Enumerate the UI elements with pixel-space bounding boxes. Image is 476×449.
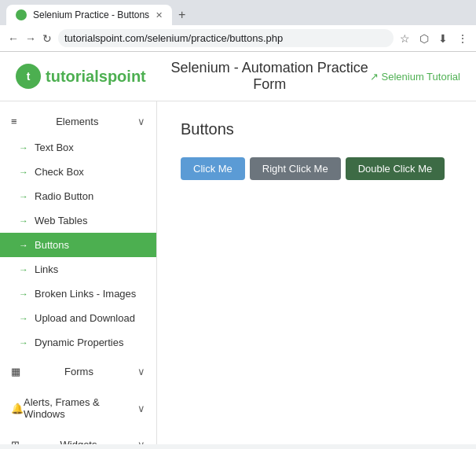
arrow-icon: → [19, 264, 28, 275]
download-icon[interactable]: ⬇ [438, 32, 448, 45]
sidebar-item-links[interactable]: → Links [0, 257, 156, 282]
widgets-section-icon: ⊞ [11, 439, 20, 444]
sidebar-section-forms-header[interactable]: ▦ Forms ∨ [0, 358, 156, 385]
tab-close-icon[interactable]: ✕ [156, 10, 163, 20]
widgets-chevron-icon: ∨ [137, 439, 145, 444]
forms-chevron-icon: ∨ [137, 366, 145, 377]
right-click-me-button[interactable]: Right Click Me [250, 157, 341, 180]
sidebar-section-elements-header[interactable]: ≡ Elements ∨ [0, 108, 156, 135]
tab-bar: Selenium Practice - Buttons ✕ + [0, 0, 476, 25]
page-title: Selenium - Automation Practice Form [170, 60, 370, 93]
logo-icon: t [16, 64, 41, 89]
arrow-icon: → [19, 191, 28, 202]
browser-action-icons: ☆ ⬡ ⬇ ⋮ [400, 32, 468, 45]
sidebar-item-label: Web Tables [35, 215, 87, 226]
logo-letter: t [27, 70, 31, 83]
sidebar-item-web-tables[interactable]: → Web Tables [0, 208, 156, 233]
forms-section-label: Forms [64, 366, 93, 377]
browser-chrome: Selenium Practice - Buttons ✕ + ← → ↻ ☆ … [0, 0, 476, 52]
arrow-icon: → [19, 289, 28, 300]
menu-icon[interactable]: ⋮ [457, 32, 468, 45]
alerts-section-icon: 🔔 [11, 403, 24, 414]
tab-favicon [16, 9, 27, 20]
buttons-row: Click Me Right Click Me Double Click Me [181, 157, 452, 180]
elements-chevron-icon: ∨ [137, 116, 145, 127]
refresh-icon[interactable]: ↻ [42, 32, 52, 45]
page: t tutorialspoint Selenium - Automation P… [0, 52, 476, 444]
sidebar-item-label: Broken Links - Images [35, 288, 136, 300]
sidebar-item-label: Dynamic Properties [35, 337, 123, 348]
content-area: Buttons Click Me Right Click Me Double C… [157, 101, 476, 444]
sidebar-item-checkbox[interactable]: → Check Box [0, 160, 156, 184]
sidebar-section-forms: ▦ Forms ∨ [0, 358, 156, 385]
tab-title: Selenium Practice - Buttons [33, 9, 149, 20]
forward-icon[interactable]: → [25, 32, 36, 45]
active-tab[interactable]: Selenium Practice - Buttons ✕ [6, 5, 172, 25]
logo-text-highlight: point [108, 68, 146, 85]
content-title: Buttons [181, 120, 452, 138]
alerts-section-label: Alerts, Frames & Windows [24, 396, 137, 420]
address-bar: ← → ↻ ☆ ⬡ ⬇ ⋮ [0, 25, 476, 52]
click-me-button[interactable]: Click Me [181, 157, 245, 180]
sidebar-item-label: Text Box [35, 142, 74, 153]
sidebar-item-label: Check Box [35, 166, 84, 178]
logo-text: tutorialspoint [46, 68, 146, 86]
sidebar-section-elements: ≡ Elements ∨ → Text Box → Check Box → Ra… [0, 108, 156, 355]
alerts-chevron-icon: ∨ [137, 403, 145, 414]
sidebar-item-dynamic-properties[interactable]: → Dynamic Properties [0, 330, 156, 355]
arrow-icon: → [19, 313, 28, 324]
logo: t tutorialspoint [16, 64, 146, 89]
elements-section-label: Elements [56, 116, 98, 127]
sidebar-item-broken-links[interactable]: → Broken Links - Images [0, 282, 156, 306]
selenium-tutorial-link[interactable]: ↗ Selenium Tutorial [370, 71, 460, 83]
back-icon[interactable]: ← [8, 32, 19, 45]
sidebar-section-widgets-header[interactable]: ⊞ Widgets ∨ [0, 431, 156, 444]
widgets-section-label: Widgets [60, 439, 97, 444]
sidebar-item-textbox[interactable]: → Text Box [0, 135, 156, 160]
sidebar-item-label: Upload and Download [35, 312, 135, 324]
forms-section-icon: ▦ [11, 366, 20, 377]
selenium-tutorial-label: Selenium Tutorial [382, 71, 460, 83]
sidebar-item-label: Buttons [35, 239, 69, 251]
arrow-icon: → [19, 240, 28, 251]
sidebar-item-label: Links [35, 263, 58, 275]
logo-text-plain: tutorials [46, 68, 108, 85]
arrow-icon: → [19, 215, 28, 226]
new-tab-button[interactable]: + [172, 5, 192, 25]
sidebar: ≡ Elements ∨ → Text Box → Check Box → Ra… [0, 101, 157, 444]
address-input[interactable] [58, 29, 394, 47]
external-link-icon: ↗ [370, 71, 379, 83]
elements-section-icon: ≡ [11, 116, 17, 127]
main-layout: ≡ Elements ∨ → Text Box → Check Box → Ra… [0, 101, 476, 444]
extensions-icon[interactable]: ⬡ [419, 32, 429, 45]
sidebar-section-widgets: ⊞ Widgets ∨ [0, 431, 156, 444]
sidebar-item-upload-download[interactable]: → Upload and Download [0, 306, 156, 330]
sidebar-section-alerts-header[interactable]: 🔔 Alerts, Frames & Windows ∨ [0, 388, 156, 428]
sidebar-item-label: Radio Button [35, 190, 93, 202]
double-click-me-button[interactable]: Double Click Me [346, 157, 445, 180]
sidebar-item-buttons[interactable]: → Buttons [0, 233, 156, 257]
arrow-icon: → [19, 337, 28, 348]
arrow-icon: → [19, 142, 28, 153]
sidebar-section-alerts: 🔔 Alerts, Frames & Windows ∨ [0, 388, 156, 428]
arrow-icon: → [19, 167, 28, 178]
sidebar-item-radio-button[interactable]: → Radio Button [0, 184, 156, 208]
site-header: t tutorialspoint Selenium - Automation P… [0, 52, 476, 101]
bookmark-icon[interactable]: ☆ [400, 32, 410, 45]
